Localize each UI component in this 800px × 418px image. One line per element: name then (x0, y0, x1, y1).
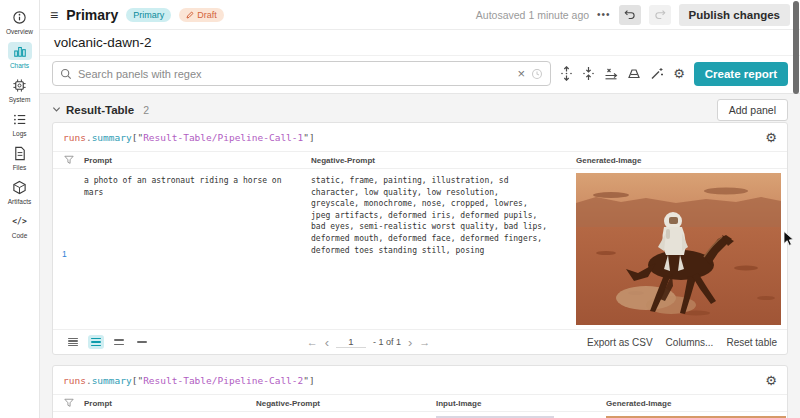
redo-icon (654, 9, 666, 20)
sidebar-item-system[interactable]: System (0, 76, 40, 103)
pencil-icon (186, 11, 194, 19)
table-actions: Export as CSV Columns... Reset table (587, 337, 777, 348)
row-index[interactable]: 1 (53, 169, 84, 259)
columns-link[interactable]: Columns... (666, 337, 714, 348)
autosave-status: Autosaved 1 minute ago (476, 9, 589, 21)
column-header-prompt[interactable]: Prompt (84, 399, 256, 408)
result-table-panel-2: runs.summary["Result-Table/Pipeline-Call… (52, 365, 788, 418)
sidebar-item-overview[interactable]: Overview (0, 8, 40, 35)
artifacts-cube-icon (8, 178, 32, 196)
panel1-table-row: 1 a photo of an astronaut riding a horse… (53, 169, 787, 329)
page-number-input[interactable] (336, 336, 366, 348)
panel2-gear-icon[interactable]: ⚙ (765, 374, 777, 387)
filter-funnel-icon[interactable] (53, 155, 84, 165)
input-image-cell[interactable] (436, 412, 606, 418)
expand-panels-icon[interactable] (560, 66, 573, 81)
panel2-title-row: runs.summary["Result-Table/Pipeline-Call… (53, 366, 787, 394)
add-panel-button[interactable]: Add panel (717, 99, 788, 121)
redo-button[interactable] (649, 5, 671, 25)
overflow-menu-icon[interactable]: ••• (597, 9, 611, 20)
left-sidebar: Overview Charts System Logs Files Artifa… (0, 0, 40, 418)
chip-icon (8, 76, 32, 94)
column-header-generated-image[interactable]: Generated-Image (576, 156, 787, 165)
generated-image-cell[interactable] (606, 412, 787, 418)
last-page-icon[interactable]: → (419, 337, 430, 348)
panel1-table-header: Prompt Negative-Prompt Generated-Image (53, 151, 787, 169)
row-height-tall-icon[interactable] (111, 336, 127, 348)
row-height-medium-icon[interactable] (88, 335, 104, 349)
panel2-table-row: a photo of an astronaut riding a static,… (53, 412, 787, 418)
panel1-title-row: runs.summary["Result-Table/Pipeline-Call… (53, 123, 787, 151)
panel1-gear-icon[interactable]: ⚙ (765, 131, 777, 144)
page-count-label: - 1 of 1 (373, 337, 401, 347)
info-circle-icon (8, 8, 32, 26)
first-page-icon[interactable]: ← (307, 337, 318, 348)
clear-search-icon[interactable]: × (518, 67, 526, 80)
column-header-generated-image[interactable]: Generated-Image (606, 399, 787, 408)
panel1-table-footer: ← ‹ - 1 of 1 › → Export as CSV Columns..… (53, 329, 787, 354)
negative-prompt-cell: static, frame, painting, (256, 412, 436, 418)
panel2-query: runs.summary["Result-Table/Pipeline-Call… (63, 375, 315, 386)
hamburger-menu-icon[interactable]: ≡ (50, 8, 58, 22)
reset-table-link[interactable]: Reset table (726, 337, 777, 348)
filter-funnel-icon[interactable] (53, 398, 84, 408)
history-clock-icon[interactable] (531, 68, 543, 80)
column-header-prompt[interactable]: Prompt (84, 156, 311, 165)
row-height-toggle-group (65, 335, 150, 350)
search-input[interactable] (78, 68, 512, 80)
draft-badge: Draft (179, 8, 224, 22)
main-area: ≡ Primary Primary Draft Autosaved 1 minu… (40, 0, 800, 418)
magic-wand-icon[interactable] (650, 67, 664, 80)
workspace-content: Result-Table 2 Add panel runs.summary["R… (40, 94, 800, 418)
panel-settings-icon[interactable] (627, 67, 641, 80)
sidebar-item-files[interactable]: Files (0, 144, 40, 171)
column-header-negative-prompt[interactable]: Negative-Prompt (311, 156, 576, 165)
sidebar-item-artifacts[interactable]: Artifacts (0, 178, 40, 205)
sidebar-item-charts[interactable]: Charts (0, 42, 40, 69)
result-table-panel-1: runs.summary["Result-Table/Pipeline-Call… (52, 122, 788, 355)
top-header: ≡ Primary Primary Draft Autosaved 1 minu… (40, 0, 800, 30)
sidebar-item-logs[interactable]: Logs (0, 110, 40, 137)
export-csv-link[interactable]: Export as CSV (587, 337, 653, 348)
create-report-button[interactable]: Create report (694, 62, 788, 86)
topbar-right: Autosaved 1 minute ago ••• Publish chang… (476, 4, 790, 26)
publish-changes-button[interactable]: Publish changes (679, 4, 790, 26)
workspace-settings-gear-icon[interactable]: ⚙ (673, 67, 685, 80)
section-header: Result-Table 2 Add panel (52, 99, 788, 120)
generated-image-astronaut-horse (576, 173, 781, 325)
next-page-icon[interactable]: › (408, 336, 412, 349)
negative-prompt-cell: static, frame, painting, illustration, s… (311, 169, 576, 256)
row-height-single-icon[interactable] (134, 338, 150, 345)
row-height-dense-icon[interactable] (65, 335, 81, 350)
search-icon (60, 68, 72, 80)
outliers-icon[interactable] (604, 67, 618, 80)
document-icon (8, 144, 32, 162)
collapse-panels-icon[interactable] (582, 66, 595, 81)
generated-image-cell[interactable] (576, 169, 787, 329)
run-name-bar: volcanic-dawn-2 (40, 30, 800, 56)
section-panel-count: 2 (143, 104, 149, 116)
run-name: volcanic-dawn-2 (54, 35, 152, 50)
panel-search-box[interactable]: × (52, 61, 551, 86)
pagination: ← ‹ - 1 of 1 › → (150, 336, 587, 349)
prev-page-icon[interactable]: ‹ (325, 336, 329, 349)
column-header-input-image[interactable]: Input-Image (436, 399, 606, 408)
undo-icon (624, 9, 636, 20)
panel1-query: runs.summary["Result-Table/Pipeline-Call… (63, 132, 315, 143)
list-icon (8, 110, 32, 128)
panel2-table-header: Prompt Negative-Prompt Input-Image Gener… (53, 394, 787, 412)
sidebar-item-code[interactable]: </> Code (0, 212, 40, 239)
section-title[interactable]: Result-Table (66, 104, 134, 116)
bar-chart-icon (8, 42, 32, 60)
panel-search-toolbar: × ⚙ Create report (40, 56, 800, 94)
prompt-cell: a photo of an astronaut riding a (84, 412, 256, 418)
chevron-down-icon[interactable] (52, 105, 61, 114)
primary-badge: Primary (126, 8, 171, 22)
undo-button[interactable] (619, 5, 641, 25)
prompt-cell: a photo of an astronaut riding a horse o… (84, 169, 311, 198)
code-icon: </> (8, 212, 32, 230)
column-header-negative-prompt[interactable]: Negative-Prompt (256, 399, 436, 408)
workspace-title: Primary (66, 7, 118, 23)
scrollbar-thumb[interactable] (793, 1, 799, 94)
